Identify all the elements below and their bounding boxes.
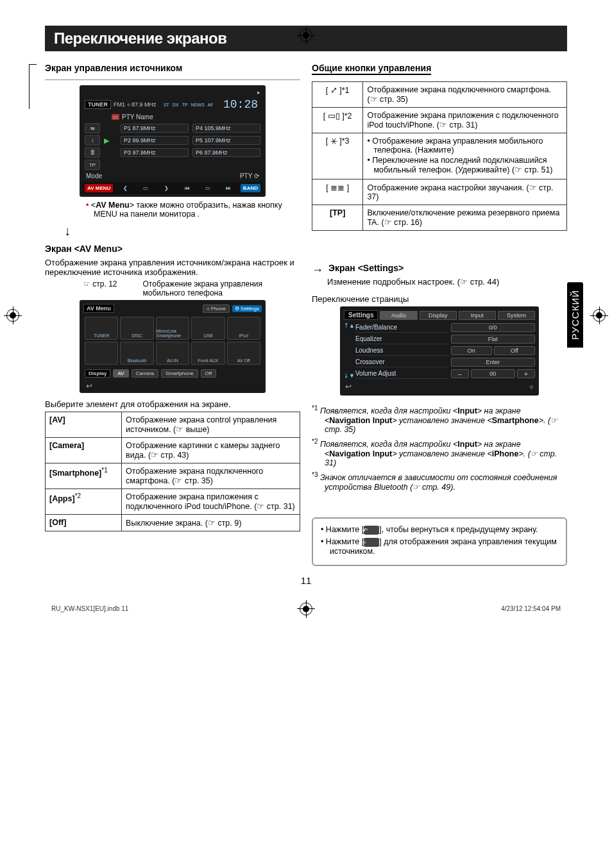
- ind-af: AF: [208, 103, 214, 107]
- footer-right: 4/23/12 12:54:04 PM: [501, 605, 561, 612]
- avmenu-table-caption: Выберите элемент для отображения на экра…: [45, 399, 300, 409]
- src-tuner: TUNER: [85, 317, 118, 340]
- avmenu-screenshot: AV Menu ⟐ Phone ⚙ Settings TUNER DISC Mi…: [80, 300, 266, 393]
- common-controls-table: [ ⤢ ]*1Отображение экрана подключенного …: [312, 81, 567, 231]
- side-btn: TP: [85, 160, 100, 170]
- control-desc: Включение/отключение режима резервного п…: [363, 205, 567, 231]
- tab-smartphone: Smartphone: [161, 369, 198, 378]
- display-button: Display: [85, 369, 110, 378]
- table-key: [Apps]*2: [46, 489, 122, 515]
- back-icon: ↶: [364, 526, 379, 535]
- avmenu-sub-right: Отображение экрана управления мобильного…: [143, 280, 300, 297]
- setting-name: Crossover: [355, 357, 448, 367]
- tuner-screenshot: ▸ TUNER FM1 ⟐ 87.9 MHz ST DX TP NEWS AF …: [80, 85, 266, 197]
- right-column: Общие кнопки управления [ ⤢ ]*1Отображен…: [312, 63, 567, 566]
- preset: P3 97.9MHz: [121, 148, 189, 157]
- avmenu-title: AV Menu: [83, 304, 114, 313]
- next-icon: ❯: [158, 185, 174, 191]
- crop-mark: [29, 64, 37, 109]
- setting-name: Volume Adjust: [355, 369, 448, 379]
- registration-mark-right: [593, 309, 606, 322]
- heading-source-control: Экран управления источником: [45, 63, 182, 73]
- avmenu-button: AV MENU: [85, 184, 113, 192]
- side-btn: ↕: [85, 135, 100, 146]
- src-avin: AV-IN: [156, 342, 189, 365]
- settings-button: ⚙ Settings: [232, 305, 262, 312]
- preset: P1 87.9MHz: [121, 124, 189, 133]
- source-icon: ⟐: [529, 382, 534, 391]
- heading-common-controls: Общие кнопки управления: [312, 63, 431, 75]
- src-avoff: AV Off: [227, 342, 260, 365]
- preset: P2 89.9MHz: [121, 136, 189, 145]
- src-ipod: iPod: [227, 317, 260, 340]
- ind-news: NEWS: [191, 103, 205, 107]
- tab-camera: Camera: [132, 369, 158, 378]
- control-icon: [TP]: [312, 205, 363, 231]
- control-desc: Отображение экрана приложения с подключе…: [363, 108, 567, 133]
- src-frontaux: Front AUX: [191, 342, 225, 365]
- registration-mark-left: [6, 309, 19, 322]
- ind-st: ST: [164, 103, 169, 107]
- footnote: *1 Появляется, когда для настройки <Inpu…: [312, 405, 567, 434]
- control-icon: [ ⚹ ]*3: [312, 133, 363, 179]
- avmenu-note: • <AV Menu> также можно отобразить, нажа…: [45, 201, 300, 219]
- page-number: 11: [45, 575, 567, 586]
- control-desc: Отображение экрана настройки звучания. (…: [363, 179, 567, 205]
- registration-mark-top: [300, 29, 312, 42]
- source-icon: ⟐: [364, 538, 379, 547]
- back-icon: ↩: [86, 381, 263, 390]
- tuner-pty: PTY Name: [122, 113, 153, 121]
- tab-display: Display: [420, 311, 457, 320]
- tuner-clock: 10:28: [223, 98, 260, 111]
- src-empty: [85, 342, 118, 365]
- footnotes: *1 Появляется, когда для настройки <Inpu…: [312, 405, 567, 492]
- info-box: Нажмите [↶], чтобы вернуться к предыдуще…: [312, 517, 567, 565]
- language-tab: РУССКИЙ: [567, 282, 583, 347]
- setting-name: Fader/Balance: [355, 322, 448, 333]
- scroll-indicator: ⤒▲⤓▼: [344, 322, 355, 379]
- arrow-right-icon: →: [312, 263, 323, 277]
- control-icon: [ ▭▯ ]*2: [312, 108, 363, 133]
- side-btn: ≣: [85, 147, 100, 158]
- control-icon: [ ⤢ ]*1: [312, 82, 363, 108]
- heading-avmenu: Экран <AV Menu>: [45, 244, 123, 254]
- content-columns: Экран управления источником ▸ TUNER FM1 …: [45, 63, 567, 566]
- tab-input: Input: [459, 311, 496, 320]
- tuner-presets: ⇆ P1 87.9MHz P4 105.9MHz ↕ ▶ P2 89.9MHz …: [82, 122, 263, 171]
- preset: P6 87.9MHz: [192, 148, 260, 157]
- tuner-label: TUNER: [85, 100, 111, 109]
- stop-icon: ▭: [137, 185, 154, 191]
- src-bluetooth: Bluetooth: [120, 342, 153, 365]
- src-disc: DISC: [120, 317, 153, 340]
- table-desc: Отображение экрана control управления ис…: [122, 412, 300, 438]
- avmenu-table: [AV]Отображение экрана control управлени…: [45, 412, 300, 531]
- document-page: РУССКИЙ Переключение экранов Экран управ…: [0, 0, 612, 631]
- arrow-down-icon: ↓: [64, 224, 300, 238]
- setting-name: Loudness: [355, 346, 448, 356]
- table-key: [Camera]: [46, 438, 122, 463]
- info-item: Нажмите [⟐] для отображения экрана управ…: [321, 537, 558, 556]
- heading-settings: Экран <Settings>: [328, 263, 404, 273]
- avmenu-grid: TUNER DISC MirrorLink Smartphone USB iPo…: [82, 314, 263, 367]
- divider: [45, 79, 300, 80]
- tuner-band-freq: FM1 ⟐ 87.9 MHz: [114, 101, 157, 108]
- settings-pages-label: Переключение страницы: [312, 294, 567, 304]
- setting-name: Equalizer: [355, 334, 448, 344]
- mode-label: Mode: [86, 172, 102, 179]
- table-desc: Отображение экрана приложения с подключе…: [122, 489, 300, 515]
- table-desc: Отображение картинки с камеры заднего ви…: [122, 438, 300, 463]
- ind-tp: TP: [182, 103, 188, 107]
- avmenu-intro: Отображение экрана управления источником…: [45, 258, 300, 277]
- control-desc: Отображение экрана подключенного смартфо…: [363, 82, 567, 108]
- info-item: Нажмите [↶], чтобы вернуться к предыдуще…: [321, 525, 558, 535]
- rec-icon: ▭: [200, 185, 216, 191]
- table-desc: Выключение экрана. (☞ стр. 9): [122, 515, 300, 531]
- phone-button: ⟐ Phone: [203, 305, 230, 313]
- preset: P5 107.9MHz: [192, 136, 260, 145]
- preset: P4 105.9MHz: [192, 124, 260, 133]
- side-btn: ⇆: [85, 123, 100, 133]
- left-column: Экран управления источником ▸ TUNER FM1 …: [45, 63, 300, 566]
- table-key: [Off]: [46, 515, 122, 531]
- prev-icon: ❮: [117, 185, 133, 191]
- avmenu-sub-left: ☞ стр. 12: [83, 280, 117, 297]
